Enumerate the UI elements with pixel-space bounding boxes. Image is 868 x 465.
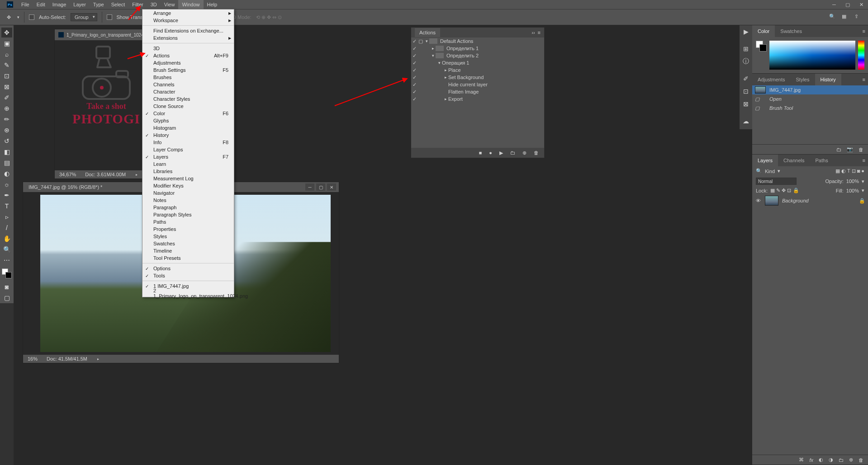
menu-item[interactable]: ✓LayersF7 — [142, 153, 234, 160]
auto-select-dropdown[interactable]: Group — [71, 13, 97, 21]
quick-select-tool[interactable]: ✎ — [1, 60, 12, 70]
color-field[interactable] — [769, 41, 855, 70]
menu-select[interactable]: Select — [108, 0, 129, 9]
menu-image[interactable]: Image — [49, 0, 70, 9]
menu-item[interactable]: Arrange▶ — [142, 9, 234, 17]
panel-menu-icon[interactable]: ≡ — [860, 155, 868, 166]
menu-layer[interactable]: Layer — [70, 0, 90, 9]
adjustment-icon[interactable]: ◑ — [829, 457, 833, 463]
gradient-tool[interactable]: ▤ — [1, 158, 12, 168]
menu-edit[interactable]: Edit — [33, 0, 49, 9]
marquee-tool[interactable]: ▣ — [1, 38, 12, 48]
show-transform-checkbox[interactable] — [107, 14, 112, 20]
menu-item[interactable]: Notes — [142, 197, 234, 204]
hue-slider[interactable] — [858, 41, 864, 70]
menu-item[interactable]: Styles — [142, 233, 234, 240]
action-row[interactable]: ✓▸Определить 1 — [411, 45, 544, 52]
panel-menu-icon[interactable]: ≡ — [538, 30, 541, 35]
trash-icon[interactable]: 🗑 — [859, 457, 863, 463]
menu-window[interactable]: Window — [178, 0, 203, 9]
collapse-icon[interactable]: ›› — [531, 30, 535, 35]
menu-item[interactable]: ✓Tools — [142, 272, 234, 279]
action-row[interactable]: ✓▾Определить 2 — [411, 52, 544, 59]
action-row[interactable]: ✓Hide current layer — [411, 81, 544, 88]
brush-icon[interactable]: ✐ — [740, 72, 752, 85]
properties-icon[interactable]: ⊡ — [740, 85, 752, 98]
menu-3d[interactable]: 3D — [147, 0, 161, 9]
history-brush-tool[interactable]: ↺ — [1, 136, 12, 146]
layers-tab[interactable]: Layers — [752, 155, 778, 166]
histogram-icon[interactable]: ⊞ — [740, 42, 752, 55]
menu-type[interactable]: Type — [90, 0, 108, 9]
menu-item[interactable]: Paragraph — [142, 204, 234, 211]
zoom-level[interactable]: 16% — [28, 356, 38, 362]
swatches-tab[interactable]: Swatches — [775, 25, 807, 37]
panel-menu-icon[interactable]: ≡ — [860, 25, 868, 37]
layer-row[interactable]: 👁 Background 🔒 — [752, 194, 868, 207]
menu-item[interactable]: ✓Options — [142, 265, 234, 272]
color-swatch[interactable] — [2, 268, 12, 278]
workspace-icon[interactable]: ▦ — [842, 14, 849, 21]
history-row[interactable]: IMG_7447.jpg — [752, 85, 868, 94]
menu-item[interactable]: 3D — [142, 45, 234, 52]
share-icon[interactable]: ⇪ — [854, 14, 862, 21]
menu-item[interactable]: Properties — [142, 225, 234, 233]
menu-item[interactable]: Learn — [142, 160, 234, 168]
history-tab[interactable]: History — [815, 74, 841, 85]
paths-tab[interactable]: Paths — [810, 155, 834, 166]
styles-tab[interactable]: Styles — [791, 74, 815, 85]
quick-mask[interactable]: ◙ — [1, 282, 12, 292]
doc-maximize[interactable]: ▢ — [316, 183, 325, 191]
blur-tool[interactable]: ◐ — [1, 169, 12, 178]
doc-minimize[interactable]: ─ — [305, 183, 314, 191]
menu-item[interactable]: Timeline — [142, 247, 234, 254]
adjustments-tab[interactable]: Adjustments — [752, 74, 791, 85]
trash-icon[interactable]: 🗑 — [859, 147, 863, 152]
play-icon[interactable]: ▶ — [499, 150, 503, 156]
action-row[interactable]: ✓▸Export — [411, 95, 544, 103]
menu-item[interactable]: Modifier Keys — [142, 182, 234, 189]
eraser-tool[interactable]: ◧ — [1, 147, 12, 157]
trash-icon[interactable]: 🗑 — [534, 150, 539, 155]
document-tab-1[interactable]: 1_Primary_logo_on_transparent_1024.png — [55, 29, 156, 40]
menu-item[interactable]: Character Styles — [142, 95, 234, 103]
lasso-tool[interactable]: ⌕ — [1, 49, 12, 59]
mask-icon[interactable]: ◐ — [819, 457, 823, 463]
menu-view[interactable]: View — [161, 0, 179, 9]
fx-icon[interactable]: fx — [809, 457, 813, 463]
menu-item[interactable]: ✓History — [142, 132, 234, 139]
menu-item[interactable]: Swatches — [142, 240, 234, 247]
hand-tool[interactable]: ✋ — [1, 234, 12, 244]
cc-icon[interactable]: ☁ — [740, 115, 752, 127]
doc-close[interactable]: ✕ — [327, 183, 336, 191]
close-button[interactable]: ✕ — [854, 0, 868, 9]
play-dock-icon[interactable]: ▶ — [740, 25, 752, 38]
visibility-icon[interactable]: 👁 — [755, 198, 761, 203]
actions-tab[interactable]: Actions — [415, 28, 440, 37]
action-row[interactable]: ✓▸Set Background — [411, 74, 544, 81]
menu-item[interactable]: Brush SettingsF5 — [142, 66, 234, 74]
menu-file[interactable]: File — [18, 0, 33, 9]
menu-item[interactable]: Measurement Log — [142, 175, 234, 182]
pen-tool[interactable]: ✒ — [1, 190, 12, 200]
zoom-level[interactable]: 34,67% — [59, 172, 76, 177]
menu-item[interactable]: Adjustments — [142, 59, 234, 66]
camera-icon[interactable]: 📷 — [847, 146, 853, 152]
menu-item[interactable]: Tool Presets — [142, 254, 234, 262]
clone-icon[interactable]: ⊠ — [740, 98, 752, 110]
frame-tool[interactable]: ⊠ — [1, 82, 12, 92]
search-icon[interactable]: 🔍 — [829, 14, 836, 21]
action-row[interactable]: ✓▢▾Default Actions — [411, 38, 544, 45]
menu-item[interactable]: ✓ColorF6 — [142, 110, 234, 117]
menu-item[interactable]: Channels — [142, 81, 234, 88]
menu-item[interactable]: Navigator — [142, 189, 234, 197]
channels-tab[interactable]: Channels — [778, 155, 810, 166]
zoom-tool[interactable]: 🔍 — [1, 244, 12, 254]
path-select-tool[interactable]: ▹ — [1, 212, 12, 222]
menu-item[interactable]: Libraries — [142, 168, 234, 175]
action-row[interactable]: ✓▸Place — [411, 66, 544, 74]
more-tools[interactable]: ⋯ — [1, 255, 12, 265]
menu-item[interactable]: Character — [142, 88, 234, 95]
healing-tool[interactable]: ⊕ — [1, 103, 12, 113]
new-set-icon[interactable]: 🗀 — [510, 150, 515, 155]
